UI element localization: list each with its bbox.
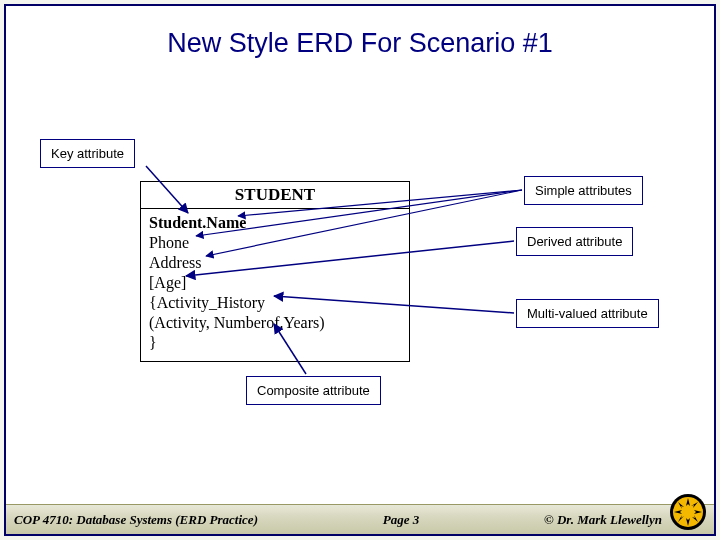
slide: New Style ERD For Scenario #1 STUDENT St… bbox=[4, 4, 716, 536]
erd-attr-key: Student.Name bbox=[149, 213, 401, 233]
page-title: New Style ERD For Scenario #1 bbox=[6, 6, 714, 59]
footer-page-number: Page 3 bbox=[258, 512, 544, 528]
erd-entity-box: STUDENT Student.Name Phone Address [Age]… bbox=[140, 181, 410, 362]
erd-attr: (Activity, Numberof.Years) bbox=[149, 313, 401, 333]
callout-multi-valued-attribute: Multi-valued attribute bbox=[516, 299, 659, 328]
erd-attr: Address bbox=[149, 253, 401, 273]
callout-derived-attribute: Derived attribute bbox=[516, 227, 633, 256]
callout-composite-attribute: Composite attribute bbox=[246, 376, 381, 405]
footer-bar: COP 4710: Database Systems (ERD Practice… bbox=[6, 504, 714, 534]
footer-course: COP 4710: Database Systems (ERD Practice… bbox=[6, 512, 258, 528]
erd-attr: {Activity_History bbox=[149, 293, 401, 313]
erd-entity-name: STUDENT bbox=[141, 182, 409, 209]
erd-attr: [Age] bbox=[149, 273, 401, 293]
callout-key-attribute: Key attribute bbox=[40, 139, 135, 168]
erd-attribute-list: Student.Name Phone Address [Age] {Activi… bbox=[141, 209, 409, 361]
erd-attr: Phone bbox=[149, 233, 401, 253]
ucf-logo-icon bbox=[668, 492, 708, 532]
erd-attr: } bbox=[149, 333, 401, 353]
callout-simple-attributes: Simple attributes bbox=[524, 176, 643, 205]
